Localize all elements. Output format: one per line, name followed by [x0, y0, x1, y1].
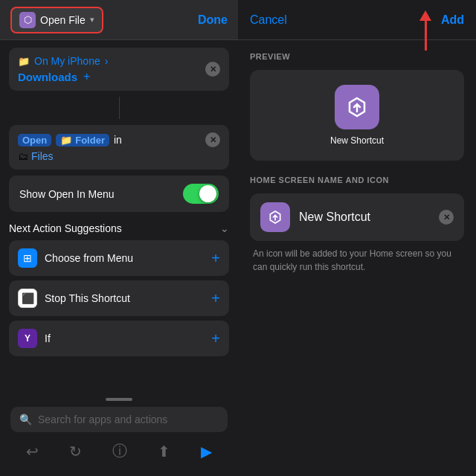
open-file-label: Open File [40, 14, 86, 26]
preview-box: New Shortcut [250, 70, 464, 161]
folder-tag: 📁 Folder [56, 134, 109, 147]
arrow-head [419, 10, 431, 21]
suggestion-choose-from-menu[interactable]: ⊞ Choose from Menu + [9, 240, 229, 276]
search-placeholder: Search for apps and actions [38, 414, 167, 425]
chevron-right: › [105, 55, 109, 67]
bottom-toolbar: ↩ ↻ ⓘ ⬆ ▶ [10, 441, 228, 461]
files-icon: 🗂 [18, 150, 28, 162]
shortcut-preview: New Shortcut [330, 85, 384, 146]
open-action-card[interactable]: Open 📁 Folder in ✕ 🗂 Files [9, 125, 229, 170]
open-tag: Open [18, 134, 51, 147]
search-icon: 🔍 [19, 414, 32, 425]
suggestions-title: Next Action Suggestions [9, 222, 122, 234]
add-stop-shortcut-button[interactable]: + [211, 290, 220, 307]
shortcut-svg-icon [344, 94, 370, 120]
suggestion-left: ⊞ Choose from Menu [18, 248, 133, 268]
stop-shortcut-label: Stop This Shortcut [45, 292, 130, 304]
left-panel: ⬡ Open File ▾ Done 📁 On My iPhone › Down… [0, 0, 238, 476]
red-arrow-indicator [419, 10, 431, 51]
scroll-indicator [106, 398, 132, 401]
done-button[interactable]: Done [198, 13, 228, 27]
redo-icon[interactable]: ↻ [69, 443, 82, 460]
search-bar[interactable]: 🔍 Search for apps and actions [10, 407, 228, 432]
storage-label: On My iPhone [34, 55, 100, 67]
info-icon[interactable]: ⓘ [112, 441, 127, 461]
stop-shortcut-icon: ⬛ [18, 289, 37, 308]
suggestion-left-2: ⬛ Stop This Shortcut [18, 289, 130, 308]
open-file-icon: ⬡ [19, 12, 36, 28]
file-card-inner: 📁 On My iPhone › Downloads + [18, 55, 108, 83]
bottom-section: 🔍 Search for apps and actions ↩ ↻ ⓘ ⬆ ▶ [0, 390, 238, 476]
folder-tag-label: Folder [75, 135, 105, 146]
right-content: PREVIEW New Shortcut HOME SCREEN NAME AN… [238, 40, 476, 476]
choose-menu-icon: ⊞ [18, 248, 37, 268]
downloads-label: Downloads [18, 71, 77, 83]
folder-icon-small: 📁 [60, 135, 72, 146]
undo-icon[interactable]: ↩ [26, 443, 39, 460]
files-label: Files [31, 150, 54, 162]
right-top-bar: Cancel Add [238, 0, 476, 40]
shortcut-name-field[interactable]: New Shortcut [299, 210, 430, 224]
home-screen-description: An icon will be added to your Home scree… [250, 247, 464, 274]
chevron-icon: ▾ [90, 15, 94, 25]
show-open-menu-toggle[interactable] [183, 184, 219, 204]
play-icon[interactable]: ▶ [201, 443, 212, 460]
shortcut-icon-large [335, 85, 379, 129]
shortcut-icon-medium [260, 202, 290, 232]
if-label: If [45, 332, 51, 344]
cancel-button[interactable]: Cancel [250, 13, 287, 27]
choose-menu-label: Choose from Menu [45, 252, 133, 264]
remove-location-button[interactable]: ✕ [205, 62, 220, 77]
share-icon[interactable]: ⬆ [158, 443, 170, 460]
in-label: in [114, 134, 122, 146]
suggestions-collapse-icon[interactable]: ⌄ [220, 222, 229, 234]
preview-shortcut-name: New Shortcut [330, 135, 384, 146]
suggestion-if[interactable]: Y If + [9, 321, 229, 356]
home-screen-label: HOME SCREEN NAME AND ICON [250, 176, 464, 184]
arrow-line [425, 21, 427, 51]
top-bar: ⬡ Open File ▾ Done [0, 0, 238, 40]
location-row: 📁 On My iPhone › [18, 55, 108, 67]
content-area: 📁 On My iPhone › Downloads + ✕ Open 📁 [0, 40, 238, 390]
add-button[interactable]: Add [441, 13, 464, 27]
if-icon: Y [18, 329, 37, 348]
right-panel: Cancel Add PREVIEW New Shortcut HOME SCR… [238, 0, 476, 476]
suggestions-header: Next Action Suggestions ⌄ [9, 222, 229, 234]
open-row-left: Open 📁 Folder in [18, 134, 122, 147]
show-open-menu-label: Show Open In Menu [19, 188, 115, 200]
plus-icon: + [83, 70, 90, 83]
remove-action-button[interactable]: ✕ [205, 132, 220, 147]
preview-label: PREVIEW [250, 52, 464, 61]
suggestion-stop-shortcut[interactable]: ⬛ Stop This Shortcut + [9, 280, 229, 316]
open-row: Open 📁 Folder in ✕ [18, 132, 220, 147]
show-open-menu-row[interactable]: Show Open In Menu [9, 176, 229, 212]
folder-icon: 📁 [18, 56, 30, 67]
home-screen-section: HOME SCREEN NAME AND ICON New Shortcut ✕… [250, 176, 464, 274]
add-if-button[interactable]: + [211, 330, 220, 347]
connector-line [119, 97, 120, 119]
downloads-row: Downloads + [18, 70, 108, 83]
open-file-button[interactable]: ⬡ Open File ▾ [10, 7, 103, 33]
suggestion-left-3: Y If [18, 329, 51, 348]
files-row: 🗂 Files [18, 150, 220, 162]
file-location-card[interactable]: 📁 On My iPhone › Downloads + ✕ [9, 48, 229, 91]
add-choose-menu-button[interactable]: + [211, 250, 220, 267]
shortcut-medium-svg [266, 208, 284, 226]
clear-name-button[interactable]: ✕ [439, 210, 454, 225]
name-icon-row[interactable]: New Shortcut ✕ [250, 193, 464, 241]
